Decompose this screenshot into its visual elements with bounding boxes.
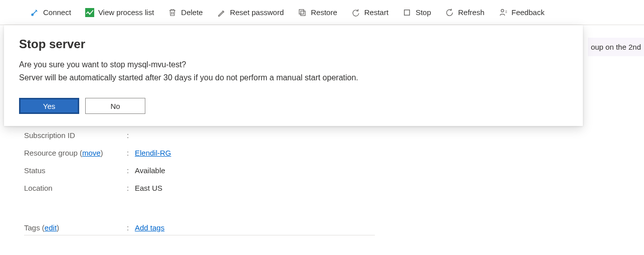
svg-point-4	[501, 9, 503, 12]
restart-button[interactable]: Restart	[345, 5, 394, 20]
restart-label: Restart	[364, 8, 388, 17]
restart-icon	[351, 8, 360, 17]
yes-button[interactable]: Yes	[19, 98, 79, 114]
svg-rect-3	[404, 10, 410, 15]
detail-colon: :	[127, 131, 135, 140]
stop-server-dialog: Stop server Are you sure you want to sto…	[4, 25, 583, 126]
edit-tags-link[interactable]: edit	[45, 223, 57, 232]
notification-banner-fragment: oup on the 2nd	[588, 38, 644, 56]
reset-password-icon	[217, 8, 226, 17]
detail-colon: :	[127, 166, 135, 175]
stop-icon	[402, 8, 411, 17]
connect-label: Connect	[43, 8, 71, 17]
tags-label: Tags (edit)	[24, 223, 127, 232]
svg-point-0	[32, 14, 33, 16]
restore-label: Restore	[311, 8, 337, 17]
status-value: Available	[135, 166, 165, 175]
svg-rect-2	[301, 11, 305, 16]
process-list-icon	[85, 8, 94, 17]
tags-row: Tags (edit) : Add tags	[24, 219, 375, 235]
status-label: Status	[24, 166, 127, 175]
dialog-body: Are you sure you want to stop mysql-mvu-…	[19, 58, 568, 84]
command-toolbar: Connect View process list Delete Reset p…	[0, 0, 644, 25]
view-process-list-label: View process list	[98, 8, 154, 17]
refresh-button[interactable]: Refresh	[439, 5, 491, 20]
stop-label: Stop	[415, 8, 431, 17]
subscription-id-label: Subscription ID	[24, 131, 127, 140]
resource-group-value[interactable]: Elendil-RG	[135, 149, 171, 157]
delete-label: Delete	[181, 8, 202, 17]
resource-group-label: Resource group (move)	[24, 149, 127, 157]
feedback-label: Feedback	[512, 8, 545, 17]
location-label: Location	[24, 184, 127, 192]
dialog-line1: Are you sure you want to stop mysql-mvu-…	[19, 58, 568, 71]
feedback-button[interactable]: Feedback	[493, 5, 551, 20]
restore-icon	[298, 8, 307, 17]
location-value: East US	[135, 184, 162, 192]
detail-colon: :	[127, 223, 135, 232]
stop-button[interactable]: Stop	[396, 5, 437, 20]
feedback-icon	[499, 8, 508, 17]
subscription-id-row: Subscription ID :	[24, 126, 375, 144]
no-button[interactable]: No	[85, 98, 145, 114]
location-row: Location : East US	[24, 179, 375, 197]
reset-password-label: Reset password	[230, 8, 284, 17]
connect-button[interactable]: Connect	[24, 5, 77, 20]
connect-icon	[30, 8, 39, 17]
delete-icon	[168, 8, 177, 17]
dialog-buttons: Yes No	[19, 98, 568, 114]
svg-rect-1	[299, 10, 304, 14]
dialog-title: Stop server	[19, 37, 568, 51]
status-row: Status : Available	[24, 162, 375, 179]
resource-details: Subscription ID : Resource group (move) …	[24, 126, 375, 235]
detail-colon: :	[127, 184, 135, 192]
refresh-label: Refresh	[458, 8, 485, 17]
restore-button[interactable]: Restore	[292, 5, 343, 20]
refresh-icon	[445, 8, 454, 17]
resource-group-row: Resource group (move) : Elendil-RG	[24, 144, 375, 162]
reset-password-button[interactable]: Reset password	[211, 5, 290, 20]
delete-button[interactable]: Delete	[162, 5, 208, 20]
add-tags-link[interactable]: Add tags	[135, 223, 164, 232]
move-link[interactable]: move	[82, 149, 101, 157]
view-process-list-button[interactable]: View process list	[79, 5, 160, 20]
dialog-line2: Server will be automatically started aft…	[19, 71, 568, 84]
detail-colon: :	[127, 149, 135, 157]
